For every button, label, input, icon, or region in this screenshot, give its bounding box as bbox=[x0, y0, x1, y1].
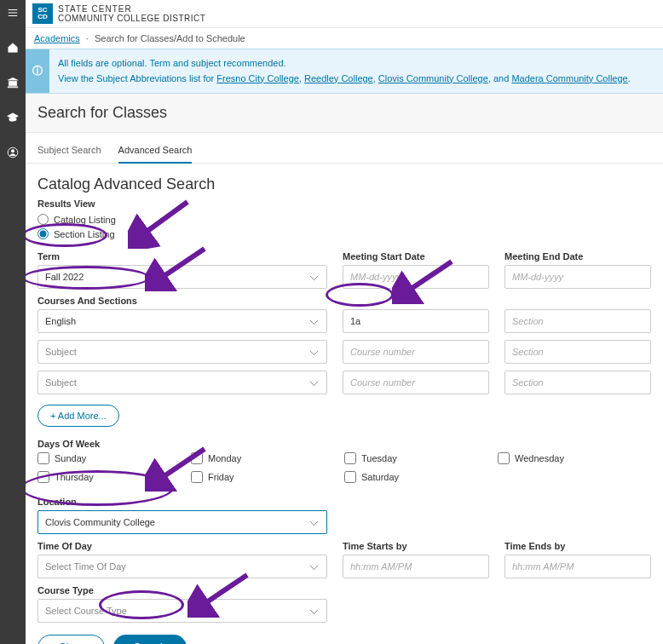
courses-sections-label: Courses And Sections bbox=[37, 296, 651, 306]
info-icon: ⓘ bbox=[26, 49, 49, 93]
course-type-label: Course Type bbox=[37, 585, 327, 595]
tabs: Subject Search Advanced Search bbox=[26, 133, 663, 164]
advanced-search-form: Catalog Advanced Search Results View Cat… bbox=[26, 164, 663, 644]
link-clovis[interactable]: Clovis Community College bbox=[378, 73, 488, 83]
course-number-input-1[interactable] bbox=[343, 309, 489, 333]
menu-icon[interactable] bbox=[7, 7, 19, 21]
day-wednesday[interactable]: Wednesday bbox=[498, 452, 651, 464]
link-madera[interactable]: Madera Community College bbox=[511, 73, 627, 83]
clear-button[interactable]: Clear bbox=[37, 635, 105, 644]
day-saturday[interactable]: Saturday bbox=[344, 471, 498, 483]
link-fresno[interactable]: Fresno City College bbox=[216, 73, 299, 83]
page-title: Search for Classes bbox=[37, 104, 651, 122]
term-select[interactable]: Fall 2022 bbox=[37, 265, 327, 289]
meeting-end-input[interactable] bbox=[504, 265, 651, 289]
branding-header: SCCD STATE CENTER COMMUNITY COLLEGE DIST… bbox=[26, 0, 663, 28]
results-view-label: Results View bbox=[37, 198, 651, 209]
days-of-week-group: Sunday Monday Tuesday Wednesday Thursday… bbox=[37, 452, 651, 485]
add-more-button[interactable]: + Add More... bbox=[37, 405, 119, 427]
course-number-input-3[interactable] bbox=[343, 371, 489, 394]
course-number-input-2[interactable] bbox=[343, 340, 489, 364]
left-sidebar bbox=[0, 0, 26, 644]
tab-subject-search[interactable]: Subject Search bbox=[37, 145, 101, 163]
brand-line2: COMMUNITY COLLEGE DISTRICT bbox=[58, 14, 205, 23]
section-input-3[interactable] bbox=[504, 371, 651, 394]
page-heading-bar: Search for Classes bbox=[26, 94, 663, 133]
home-icon[interactable] bbox=[7, 42, 19, 56]
meeting-start-label: Meeting Start Date bbox=[343, 251, 489, 262]
location-label: Location bbox=[37, 497, 651, 507]
brand-line1: STATE CENTER bbox=[58, 4, 205, 14]
breadcrumb-current: Search for Classes/Add to Schedule bbox=[95, 33, 245, 43]
subject-select-3[interactable]: Subject bbox=[37, 371, 327, 394]
subject-select-2[interactable]: Subject bbox=[37, 340, 327, 364]
meeting-end-label: Meeting End Date bbox=[504, 251, 651, 262]
subject-select-1[interactable]: English bbox=[37, 309, 327, 333]
graduation-icon[interactable] bbox=[7, 112, 19, 126]
day-sunday[interactable]: Sunday bbox=[37, 452, 191, 464]
info-line1: All fields are optional. Term and subjec… bbox=[58, 56, 631, 72]
time-ends-label: Time Ends by bbox=[504, 541, 651, 551]
user-icon[interactable] bbox=[7, 147, 19, 161]
breadcrumb: Academics · Search for Classes/Add to Sc… bbox=[26, 28, 663, 49]
tab-advanced-search[interactable]: Advanced Search bbox=[118, 145, 193, 164]
course-type-select[interactable]: Select Course Type bbox=[37, 599, 327, 623]
time-of-day-label: Time Of Day bbox=[37, 541, 327, 551]
form-heading: Catalog Advanced Search bbox=[37, 175, 651, 193]
institution-icon[interactable] bbox=[7, 77, 19, 91]
day-tuesday[interactable]: Tuesday bbox=[344, 452, 498, 464]
day-monday[interactable]: Monday bbox=[191, 452, 344, 464]
breadcrumb-parent[interactable]: Academics bbox=[34, 33, 80, 43]
days-of-week-label: Days Of Week bbox=[37, 439, 651, 449]
radio-catalog-listing[interactable]: Catalog Listing bbox=[37, 214, 651, 225]
svg-point-1 bbox=[11, 150, 14, 153]
search-button[interactable]: Search bbox=[113, 635, 187, 644]
link-reedley[interactable]: Reedley College bbox=[304, 73, 373, 83]
time-ends-input[interactable] bbox=[504, 555, 651, 578]
day-thursday[interactable]: Thursday bbox=[37, 471, 191, 483]
term-label: Term bbox=[37, 251, 327, 262]
info-banner: ⓘ All fields are optional. Term and subj… bbox=[26, 49, 663, 94]
time-of-day-select[interactable]: Select Time Of Day bbox=[37, 555, 327, 578]
time-starts-label: Time Starts by bbox=[343, 541, 489, 551]
day-friday[interactable]: Friday bbox=[191, 471, 344, 483]
section-input-2[interactable] bbox=[504, 340, 651, 364]
logo-icon: SCCD bbox=[32, 3, 53, 24]
location-select[interactable]: Clovis Community College bbox=[37, 510, 327, 534]
info-line2: View the Subject Abbreviations list for … bbox=[58, 72, 631, 87]
radio-section-listing[interactable]: Section Listing bbox=[37, 228, 651, 239]
time-starts-input[interactable] bbox=[343, 555, 489, 578]
section-input-1[interactable] bbox=[504, 309, 651, 333]
meeting-start-input[interactable] bbox=[343, 265, 489, 289]
